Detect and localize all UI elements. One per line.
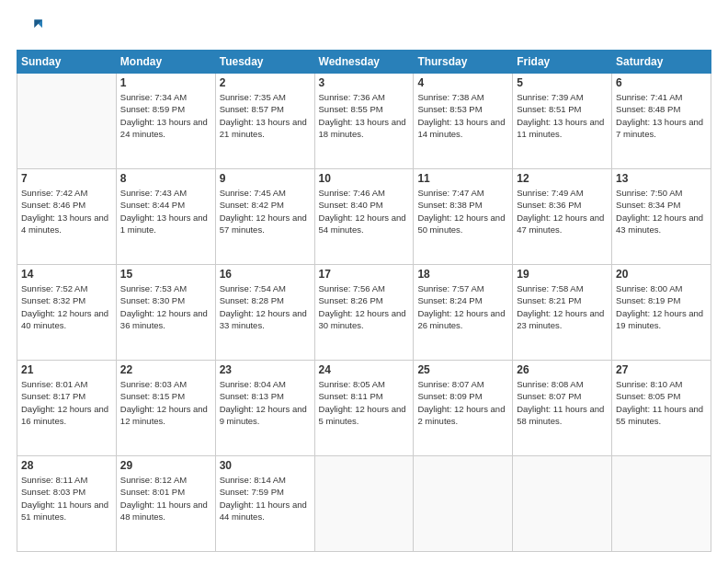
day-info: Sunrise: 7:43 AMSunset: 8:44 PMDaylight:… xyxy=(120,187,211,236)
calendar-cell: 12 Sunrise: 7:49 AMSunset: 8:36 PMDaylig… xyxy=(513,169,612,265)
calendar-cell: 23 Sunrise: 8:04 AMSunset: 8:13 PMDaylig… xyxy=(215,361,314,456)
calendar-cell: 9 Sunrise: 7:45 AMSunset: 8:42 PMDayligh… xyxy=(215,169,314,265)
day-number: 14 xyxy=(21,268,112,281)
day-number: 2 xyxy=(220,76,311,89)
day-number: 25 xyxy=(417,363,508,376)
calendar: SundayMondayTuesdayWednesdayThursdayFrid… xyxy=(17,50,711,552)
calendar-cell: 2 Sunrise: 7:35 AMSunset: 8:57 PMDayligh… xyxy=(215,74,314,169)
day-info: Sunrise: 8:04 AMSunset: 8:13 PMDaylight:… xyxy=(220,378,311,427)
day-number: 22 xyxy=(120,363,211,376)
calendar-cell xyxy=(414,456,513,552)
day-number: 5 xyxy=(517,76,608,89)
day-number: 4 xyxy=(417,76,508,89)
day-info: Sunrise: 7:50 AMSunset: 8:34 PMDaylight:… xyxy=(616,187,707,236)
day-info: Sunrise: 8:12 AMSunset: 8:01 PMDaylight:… xyxy=(120,474,211,523)
day-info: Sunrise: 7:34 AMSunset: 8:59 PMDaylight:… xyxy=(120,91,211,140)
calendar-cell: 6 Sunrise: 7:41 AMSunset: 8:48 PMDayligh… xyxy=(612,74,711,169)
calendar-cell: 7 Sunrise: 7:42 AMSunset: 8:46 PMDayligh… xyxy=(17,169,117,265)
calendar-cell: 21 Sunrise: 8:01 AMSunset: 8:17 PMDaylig… xyxy=(17,361,117,456)
calendar-cell: 30 Sunrise: 8:14 AMSunset: 7:59 PMDaylig… xyxy=(215,456,314,552)
calendar-cell: 3 Sunrise: 7:36 AMSunset: 8:55 PMDayligh… xyxy=(314,74,414,169)
calendar-cell: 17 Sunrise: 7:56 AMSunset: 8:26 PMDaylig… xyxy=(314,265,414,361)
day-number: 17 xyxy=(319,268,410,281)
day-info: Sunrise: 7:41 AMSunset: 8:48 PMDaylight:… xyxy=(616,91,707,140)
weekday-header-thursday: Thursday xyxy=(414,51,513,74)
calendar-week-5: 28 Sunrise: 8:11 AMSunset: 8:03 PMDaylig… xyxy=(17,456,711,552)
calendar-cell: 4 Sunrise: 7:38 AMSunset: 8:53 PMDayligh… xyxy=(414,74,513,169)
day-info: Sunrise: 7:35 AMSunset: 8:57 PMDaylight:… xyxy=(220,91,311,140)
day-number: 1 xyxy=(120,76,211,89)
weekday-header-tuesday: Tuesday xyxy=(215,51,314,74)
weekday-header-row: SundayMondayTuesdayWednesdayThursdayFrid… xyxy=(17,51,711,74)
day-info: Sunrise: 7:58 AMSunset: 8:21 PMDaylight:… xyxy=(517,282,608,331)
day-number: 30 xyxy=(220,459,311,472)
calendar-cell: 5 Sunrise: 7:39 AMSunset: 8:51 PMDayligh… xyxy=(513,74,612,169)
calendar-cell: 10 Sunrise: 7:46 AMSunset: 8:40 PMDaylig… xyxy=(314,169,414,265)
day-info: Sunrise: 8:01 AMSunset: 8:17 PMDaylight:… xyxy=(21,378,112,427)
calendar-cell: 8 Sunrise: 7:43 AMSunset: 8:44 PMDayligh… xyxy=(116,169,215,265)
calendar-week-2: 7 Sunrise: 7:42 AMSunset: 8:46 PMDayligh… xyxy=(17,169,711,265)
header xyxy=(17,17,711,42)
logo xyxy=(17,17,44,42)
day-number: 16 xyxy=(220,268,311,281)
day-number: 20 xyxy=(616,268,707,281)
day-info: Sunrise: 7:52 AMSunset: 8:32 PMDaylight:… xyxy=(21,282,112,331)
calendar-cell: 1 Sunrise: 7:34 AMSunset: 8:59 PMDayligh… xyxy=(116,74,215,169)
calendar-cell: 22 Sunrise: 8:03 AMSunset: 8:15 PMDaylig… xyxy=(116,361,215,456)
calendar-cell: 14 Sunrise: 7:52 AMSunset: 8:32 PMDaylig… xyxy=(17,265,117,361)
weekday-header-wednesday: Wednesday xyxy=(314,51,414,74)
day-info: Sunrise: 7:47 AMSunset: 8:38 PMDaylight:… xyxy=(417,187,508,236)
day-info: Sunrise: 7:45 AMSunset: 8:42 PMDaylight:… xyxy=(220,187,311,236)
day-info: Sunrise: 7:39 AMSunset: 8:51 PMDaylight:… xyxy=(517,91,608,140)
calendar-cell xyxy=(17,74,117,169)
day-number: 26 xyxy=(517,363,608,376)
day-info: Sunrise: 8:10 AMSunset: 8:05 PMDaylight:… xyxy=(616,378,707,427)
day-info: Sunrise: 7:56 AMSunset: 8:26 PMDaylight:… xyxy=(319,282,410,331)
day-info: Sunrise: 7:38 AMSunset: 8:53 PMDaylight:… xyxy=(417,91,508,140)
day-info: Sunrise: 7:54 AMSunset: 8:28 PMDaylight:… xyxy=(220,282,311,331)
day-info: Sunrise: 8:11 AMSunset: 8:03 PMDaylight:… xyxy=(21,474,112,523)
page: SundayMondayTuesdayWednesdayThursdayFrid… xyxy=(0,0,728,563)
day-number: 28 xyxy=(21,459,112,472)
calendar-week-3: 14 Sunrise: 7:52 AMSunset: 8:32 PMDaylig… xyxy=(17,265,711,361)
calendar-cell: 20 Sunrise: 8:00 AMSunset: 8:19 PMDaylig… xyxy=(612,265,711,361)
day-number: 11 xyxy=(417,172,508,185)
calendar-cell xyxy=(513,456,612,552)
day-number: 3 xyxy=(319,76,410,89)
weekday-header-saturday: Saturday xyxy=(612,51,711,74)
day-number: 13 xyxy=(616,172,707,185)
day-number: 23 xyxy=(220,363,311,376)
calendar-cell: 16 Sunrise: 7:54 AMSunset: 8:28 PMDaylig… xyxy=(215,265,314,361)
calendar-cell: 27 Sunrise: 8:10 AMSunset: 8:05 PMDaylig… xyxy=(612,361,711,456)
day-info: Sunrise: 7:53 AMSunset: 8:30 PMDaylight:… xyxy=(120,282,211,331)
calendar-cell: 18 Sunrise: 7:57 AMSunset: 8:24 PMDaylig… xyxy=(414,265,513,361)
day-number: 21 xyxy=(21,363,112,376)
day-info: Sunrise: 8:08 AMSunset: 8:07 PMDaylight:… xyxy=(517,378,608,427)
day-number: 8 xyxy=(120,172,211,185)
calendar-week-1: 1 Sunrise: 7:34 AMSunset: 8:59 PMDayligh… xyxy=(17,74,711,169)
calendar-cell: 28 Sunrise: 8:11 AMSunset: 8:03 PMDaylig… xyxy=(17,456,117,552)
day-number: 27 xyxy=(616,363,707,376)
day-info: Sunrise: 8:05 AMSunset: 8:11 PMDaylight:… xyxy=(319,378,410,427)
day-number: 7 xyxy=(21,172,112,185)
calendar-cell: 26 Sunrise: 8:08 AMSunset: 8:07 PMDaylig… xyxy=(513,361,612,456)
day-info: Sunrise: 7:46 AMSunset: 8:40 PMDaylight:… xyxy=(319,187,410,236)
day-info: Sunrise: 8:03 AMSunset: 8:15 PMDaylight:… xyxy=(120,378,211,427)
calendar-cell xyxy=(314,456,414,552)
day-number: 6 xyxy=(616,76,707,89)
day-number: 9 xyxy=(220,172,311,185)
day-info: Sunrise: 7:57 AMSunset: 8:24 PMDaylight:… xyxy=(417,282,508,331)
day-number: 12 xyxy=(517,172,608,185)
calendar-cell: 13 Sunrise: 7:50 AMSunset: 8:34 PMDaylig… xyxy=(612,169,711,265)
calendar-cell xyxy=(612,456,711,552)
day-info: Sunrise: 7:49 AMSunset: 8:36 PMDaylight:… xyxy=(517,187,608,236)
weekday-header-friday: Friday xyxy=(513,51,612,74)
day-info: Sunrise: 8:14 AMSunset: 7:59 PMDaylight:… xyxy=(220,474,311,523)
weekday-header-sunday: Sunday xyxy=(17,51,117,74)
calendar-cell: 25 Sunrise: 8:07 AMSunset: 8:09 PMDaylig… xyxy=(414,361,513,456)
weekday-header-monday: Monday xyxy=(116,51,215,74)
day-number: 29 xyxy=(120,459,211,472)
calendar-cell: 29 Sunrise: 8:12 AMSunset: 8:01 PMDaylig… xyxy=(116,456,215,552)
day-number: 10 xyxy=(319,172,410,185)
day-number: 24 xyxy=(319,363,410,376)
